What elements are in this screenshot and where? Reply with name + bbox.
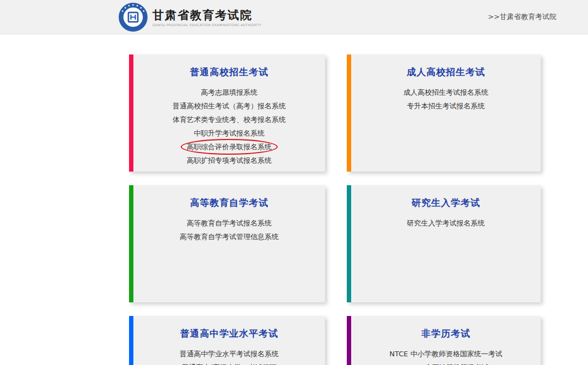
link-highschool-exam-management[interactable]: 普通高中(高级中学）考试管理 [133, 361, 325, 365]
link-vocational-comprehensive-eval[interactable]: 高职综合评价录取报名系统 [133, 140, 325, 154]
site-logo: 甘肃省教育考试院 GANSU PROVINCIAL EDUCATION EXAM… [119, 3, 261, 32]
card-title: 高等教育自学考试 [133, 197, 325, 209]
card-highschool-level-exam: 普通高中学业水平考试 普通高中学业水平考试报名系统 普通高中(高级中学）考试管理 [129, 316, 325, 365]
card-title: 成人高校招生考试 [351, 66, 541, 78]
home-link[interactable]: >>甘肃省教育考试院 [488, 12, 556, 22]
logo-text: 甘肃省教育考试院 GANSU PROVINCIAL EDUCATION EXAM… [152, 8, 261, 27]
link-self-study-registration[interactable]: 高等教育自学考试报名系统 [133, 216, 325, 230]
link-gaokao-volunteer[interactable]: 高考志愿填报系统 [133, 86, 325, 99]
link-ntce[interactable]: NTCE 中小学教师资格国家统一考试 [351, 347, 541, 361]
card-non-degree-exam: 非学历考试 NTCE 中小学教师资格国家统一考试 NCRE 全国计算机等级考试 [347, 316, 541, 365]
logo-subtitle: GANSU PROVINCIAL EDUCATION EXAMINATIONS … [152, 23, 261, 27]
link-vocational-promotion[interactable]: 中职升学考试报名系统 [133, 126, 325, 140]
link-adult-college-registration[interactable]: 成人高校招生考试报名系统 [351, 86, 541, 99]
card-adult-college-exam: 成人高校招生考试 成人高校招生考试报名系统 专升本招生考试报名系统 [347, 54, 541, 172]
card-graduate-exam: 研究生入学考试 研究生入学考试报名系统 [347, 185, 541, 302]
circled-link-wrap: 高职综合评价录取报名系统 [187, 140, 272, 154]
card-title: 非学历考试 [351, 327, 541, 340]
link-gaokao-registration[interactable]: 普通高校招生考试（高考）报名系统 [133, 99, 325, 113]
card-general-college-exam: 普通高校招生考试 高考志愿填报系统 普通高校招生考试（高考）报名系统 体育艺术类… [129, 54, 325, 172]
card-title: 研究生入学考试 [351, 197, 541, 209]
exam-cards-grid: 普通高校招生考试 高考志愿填报系统 普通高校招生考试（高考）报名系统 体育艺术类… [129, 54, 541, 365]
circled-link-label: 高职综合评价录取报名系统 [187, 143, 272, 151]
link-self-study-management[interactable]: 高等教育自学考试管理信息系统 [133, 230, 325, 244]
link-zhuanshengben-registration[interactable]: 专升本招生考试报名系统 [351, 99, 541, 113]
link-graduate-registration[interactable]: 研究生入学考试报名系统 [351, 216, 541, 230]
link-vocational-expansion[interactable]: 高职扩招专项考试报名系统 [133, 154, 325, 167]
gansu-education-seal-icon [119, 3, 148, 32]
site-header: 甘肃省教育考试院 GANSU PROVINCIAL EDUCATION EXAM… [0, 0, 588, 34]
link-highschool-level-registration[interactable]: 普通高中学业水平考试报名系统 [133, 347, 325, 361]
card-title: 普通高中学业水平考试 [133, 327, 325, 340]
logo-title: 甘肃省教育考试院 [152, 8, 261, 22]
link-sports-arts-registration[interactable]: 体育艺术类专业统考、校考报名系统 [133, 113, 325, 126]
card-self-study-exam: 高等教育自学考试 高等教育自学考试报名系统 高等教育自学考试管理信息系统 [129, 185, 325, 302]
link-ncre[interactable]: NCRE 全国计算机等级考试 [351, 361, 541, 365]
card-title: 普通高校招生考试 [133, 66, 325, 78]
